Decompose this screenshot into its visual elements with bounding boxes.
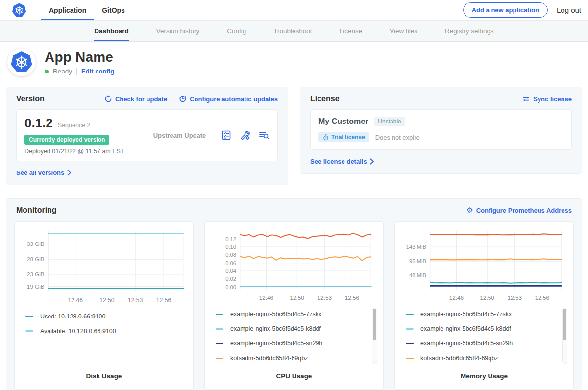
gear-icon: ⚙ <box>466 207 473 214</box>
legend-item: example-nginx-5bc6f5d4c5-sn29h <box>406 340 560 347</box>
scrollbar-thumb[interactable] <box>563 309 566 340</box>
chart-title: CPU Usage <box>210 369 378 384</box>
trial-license-badge: Trial license <box>318 132 369 142</box>
tab-dashboard[interactable]: Dashboard <box>94 21 129 41</box>
app-icon <box>7 48 36 76</box>
add-application-button[interactable]: Add a new application <box>463 2 548 18</box>
legend-swatch <box>25 330 33 332</box>
disk-usage-legend: Used: 10.128.0.66:9100 Available: 10.128… <box>20 309 188 369</box>
configure-automatic-updates-link[interactable]: Configure automatic updates <box>179 95 278 103</box>
disk-usage-chart: 33 GiB28 GiB23 GiB19 GiB12:4612:5012:531… <box>20 226 188 309</box>
memory-usage-legend: example-nginx-5bc6f5d4c5-7zskx example-n… <box>400 307 568 369</box>
legend-label: Available: 10.128.0.66:9100 <box>40 328 116 335</box>
svg-text:12:50: 12:50 <box>99 297 115 304</box>
trial-license-label: Trial license <box>331 134 365 141</box>
tab-license[interactable]: License <box>340 21 363 41</box>
topnav-tabs: Application GitOps <box>41 0 133 20</box>
svg-text:95 MiB: 95 MiB <box>409 258 426 264</box>
legend-scrollbar[interactable] <box>372 308 377 364</box>
svg-text:12:56: 12:56 <box>156 297 172 304</box>
svg-text:12:56: 12:56 <box>345 294 360 301</box>
svg-text:0.10: 0.10 <box>225 244 236 250</box>
see-all-versions-link[interactable]: See all versions <box>16 169 72 176</box>
legend-scrollbar[interactable] <box>562 308 567 364</box>
divider <box>76 68 77 75</box>
legend-item: example-nginx-5bc6f5d4c5-sn29h <box>216 340 369 347</box>
app-subnav: Dashboard Version history Config Trouble… <box>0 21 588 42</box>
legend-swatch <box>406 328 414 330</box>
kubernetes-logo[interactable] <box>12 0 26 20</box>
version-sequence: Sequence 2 <box>58 122 91 129</box>
tab-version-history[interactable]: Version history <box>156 21 200 41</box>
kubernetes-app-icon <box>10 51 33 73</box>
legend-swatch <box>216 328 223 330</box>
sync-license-link[interactable]: Sync license <box>522 95 572 103</box>
memory-usage-chart: 143 MiB95 MiB48 MiB12:4612:5012:5312:56 <box>400 226 568 307</box>
logout-link[interactable]: Log out <box>557 6 581 14</box>
check-for-update-link[interactable]: Check for update <box>104 95 167 103</box>
deployed-timestamp: Deployed 01/21/22 @ 11:57 am EST <box>24 148 138 155</box>
sync-license-label: Sync license <box>533 96 572 103</box>
svg-text:33 GiB: 33 GiB <box>27 241 45 247</box>
kubernetes-logo-icon <box>12 3 26 18</box>
see-license-details-link[interactable]: See license details <box>310 158 374 165</box>
topnav-tab-gitops[interactable]: GitOps <box>94 0 133 20</box>
version-number: 0.1.2 <box>24 116 53 131</box>
license-expiry: Does not expire <box>375 134 420 141</box>
app-header: App Name Ready Edit config <box>0 42 588 83</box>
legend-label: example-nginx-5bc6f5d4c5-7zskx <box>230 311 321 317</box>
tab-troubleshoot[interactable]: Troubleshoot <box>273 21 312 41</box>
legend-label: example-nginx-5bc6f5d4c5-k8ddf <box>420 325 511 332</box>
svg-text:19 GiB: 19 GiB <box>27 283 45 290</box>
legend-swatch <box>406 343 414 344</box>
cpu-usage-legend: example-nginx-5bc6f5d4c5-7zskx example-n… <box>210 307 378 369</box>
page-title: App Name <box>45 49 114 65</box>
svg-text:0.04: 0.04 <box>225 268 236 274</box>
svg-text:143 MiB: 143 MiB <box>406 244 426 250</box>
legend-item: kotsadm-5db6dc6584-69qbz <box>216 355 369 362</box>
legend-swatch <box>216 343 223 344</box>
svg-text:12:46: 12:46 <box>449 294 464 301</box>
edit-config-icon[interactable] <box>240 130 250 141</box>
monitoring-title: Monitoring <box>16 206 57 215</box>
preflight-checks-icon[interactable] <box>221 130 232 141</box>
svg-text:12:53: 12:53 <box>508 294 522 301</box>
chevron-right-icon <box>67 170 72 176</box>
tab-config[interactable]: Config <box>227 21 246 41</box>
legend-swatch <box>216 314 223 315</box>
legend-label: example-nginx-5bc6f5d4c5-sn29h <box>230 340 322 347</box>
edit-config-link[interactable]: Edit config <box>81 68 114 75</box>
tab-registry-settings[interactable]: Registry settings <box>445 21 494 41</box>
svg-text:0.08: 0.08 <box>225 252 236 258</box>
legend-item: example-nginx-5bc6f5d4c5-k8ddf <box>406 325 560 332</box>
legend-swatch <box>406 314 414 315</box>
customer-name: My Customer <box>318 117 368 126</box>
legend-item: example-nginx-5bc6f5d4c5-7zskx <box>406 311 560 317</box>
view-release-notes-icon[interactable] <box>258 130 270 141</box>
legend-item: Used: 10.128.0.66:9100 <box>25 313 179 320</box>
svg-text:0.06: 0.06 <box>225 260 236 266</box>
top-navbar: Application GitOps Add a new application… <box>0 0 588 21</box>
legend-item: example-nginx-5bc6f5d4c5-7zskx <box>216 311 369 317</box>
svg-text:12:50: 12:50 <box>290 294 304 301</box>
svg-text:28 GiB: 28 GiB <box>27 256 45 262</box>
legend-label: kotsadm-5db6dc6584-69qbz <box>420 355 498 362</box>
scrollbar-thumb[interactable] <box>373 309 376 340</box>
legend-label: example-nginx-5bc6f5d4c5-7zskx <box>420 311 512 317</box>
sync-icon <box>522 95 530 103</box>
monitoring-panel: Monitoring ⚙ Configure Prometheus Addres… <box>6 198 582 390</box>
svg-text:12:50: 12:50 <box>480 294 494 301</box>
svg-text:12:46: 12:46 <box>68 297 83 304</box>
svg-text:0.12: 0.12 <box>225 236 236 242</box>
license-card-title: License <box>310 95 340 103</box>
configure-automatic-updates-label: Configure automatic updates <box>190 96 278 103</box>
svg-text:12:46: 12:46 <box>259 294 274 301</box>
tab-view-files[interactable]: View files <box>390 21 417 41</box>
license-panel: My Customer Unstable Trial license Does … <box>310 109 572 150</box>
deployed-badge: Currently deployed version <box>24 135 109 145</box>
svg-text:0.00: 0.00 <box>225 284 236 290</box>
svg-text:0.02: 0.02 <box>225 276 236 282</box>
configure-prometheus-link[interactable]: ⚙ Configure Prometheus Address <box>466 207 572 214</box>
topnav-tab-application[interactable]: Application <box>41 0 94 20</box>
legend-item: kotsadm-5db6dc6584-69qbz <box>406 355 560 362</box>
